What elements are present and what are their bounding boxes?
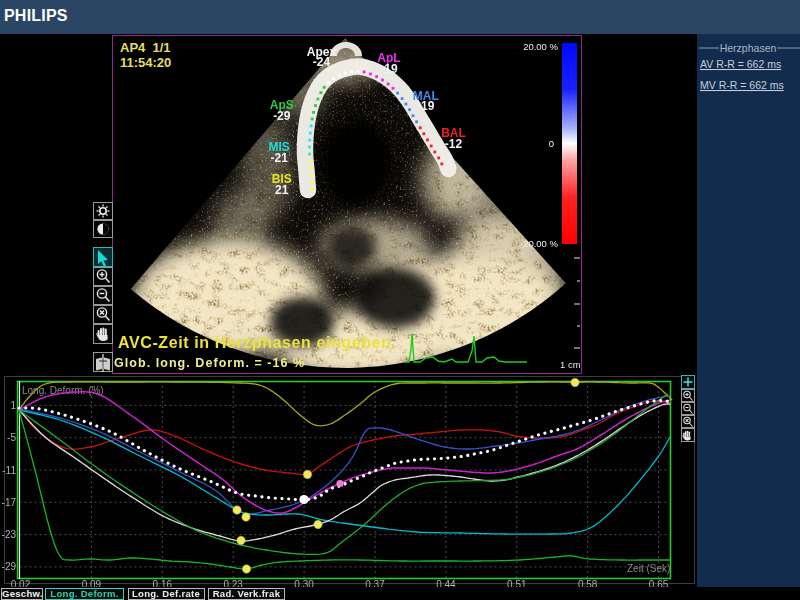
svg-text:Long. Deform. (%): Long. Deform. (%) bbox=[22, 385, 104, 396]
svg-text:-17: -17 bbox=[2, 497, 17, 508]
svg-text:20.00 %: 20.00 % bbox=[523, 41, 558, 52]
svg-text:1 cm: 1 cm bbox=[560, 359, 580, 370]
svg-text:0: 0 bbox=[549, 138, 554, 149]
svg-text:0.16: 0.16 bbox=[153, 579, 173, 587]
svg-text:-20.00 %: -20.00 % bbox=[520, 238, 559, 249]
svg-text:-5: -5 bbox=[7, 432, 16, 443]
svg-text:-29: -29 bbox=[2, 561, 17, 572]
svg-text:0.30: 0.30 bbox=[294, 579, 314, 587]
svg-text:0.58: 0.58 bbox=[578, 579, 598, 587]
svg-text:0.09: 0.09 bbox=[82, 579, 102, 587]
svg-text:0.65: 0.65 bbox=[649, 579, 669, 587]
svg-text:0.44: 0.44 bbox=[436, 579, 456, 587]
svg-text:-23: -23 bbox=[2, 529, 17, 540]
svg-text:-11: -11 bbox=[2, 465, 16, 476]
svg-text:0.51: 0.51 bbox=[507, 579, 527, 587]
svg-text:0.02: 0.02 bbox=[11, 579, 31, 587]
svg-text:0.23: 0.23 bbox=[223, 579, 243, 587]
svg-text:MV R-R = 662 ms: MV R-R = 662 ms bbox=[700, 79, 784, 91]
svg-text:AV R-R = 662 ms: AV R-R = 662 ms bbox=[700, 58, 781, 70]
svg-text:Herzphasen: Herzphasen bbox=[720, 42, 777, 54]
svg-text:Zeit (Sek): Zeit (Sek) bbox=[627, 563, 670, 574]
svg-text:1: 1 bbox=[10, 400, 16, 411]
svg-text:0.37: 0.37 bbox=[365, 579, 385, 587]
